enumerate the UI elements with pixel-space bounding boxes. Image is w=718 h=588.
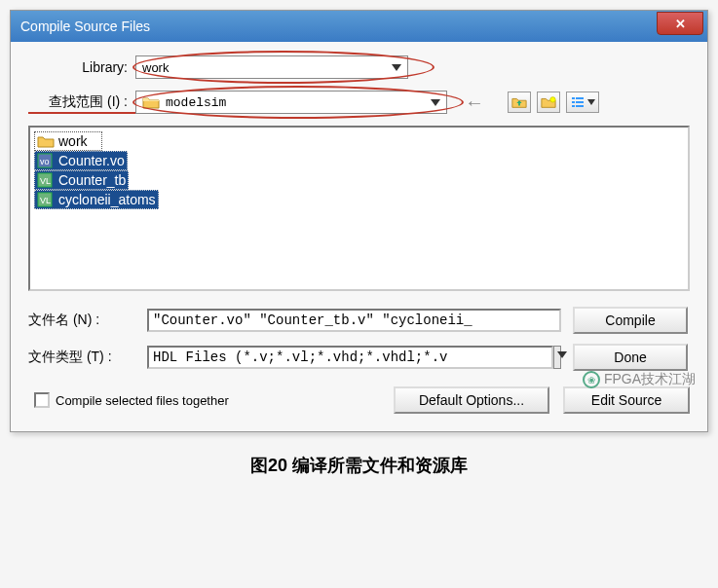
filename-input[interactable]: "Counter.vo" "Counter_tb.v" "cycloneii_ [147,309,561,332]
annotation-underline [28,112,135,114]
library-value: work [142,60,169,75]
filetype-value: HDL Files (*.v;*.vl;*.vhd;*.vhdl;*.v [147,346,553,369]
folder-up-icon [511,95,527,109]
done-button[interactable]: Done [573,344,688,371]
lookin-label: 查找范围 (I) : [28,93,135,111]
svg-rect-4 [576,101,584,103]
svg-rect-5 [572,105,575,107]
list-item[interactable]: VL Counter_tb [34,170,129,190]
library-label: Library: [28,59,135,75]
file-name: Counter_tb [58,172,126,188]
chevron-down-icon [392,64,401,71]
view-menu-button[interactable] [566,92,599,113]
compile-together-checkbox[interactable]: Compile selected files together [34,392,229,408]
vl-file-icon: VL [37,172,55,188]
figure-caption: 图20 编译所需文件和资源库 [10,454,708,477]
checkbox-icon [34,392,50,408]
edit-source-button[interactable]: Edit Source [563,386,690,414]
svg-point-0 [550,97,555,102]
close-button[interactable]: ✕ [657,12,703,35]
dialog-content: Library: work 查找范围 (I) : modelsim ← [11,42,707,431]
file-name: work [58,133,88,149]
svg-rect-2 [576,97,584,99]
lookin-value: modelsim [166,95,226,110]
annotation-oval [132,51,435,84]
svg-text:vo: vo [40,157,50,166]
file-list[interactable]: work vo Counter.vo VL Counter_tb VL cycl… [28,126,690,291]
svg-rect-3 [572,101,575,103]
window-title: Compile Source Files [20,18,150,34]
svg-rect-1 [572,97,575,99]
svg-text:VL: VL [40,176,51,186]
folder-icon [142,95,160,109]
list-view-icon [570,95,586,109]
folder-new-icon [541,95,556,109]
chevron-down-icon [431,99,440,106]
vl-file-icon: VL [37,192,55,207]
watermark: ❀ FPGA技术江湖 [583,371,696,388]
filetype-label: 文件类型 (T) : [28,349,135,366]
vo-file-icon: vo [37,153,55,168]
lookin-row: 查找范围 (I) : modelsim ← [28,91,690,114]
list-item[interactable]: VL cycloneii_atoms [34,190,159,209]
close-icon: ✕ [675,17,686,31]
compile-dialog: Compile Source Files ✕ Library: work 查找范… [10,10,708,432]
wechat-icon: ❀ [583,371,600,388]
chevron-down-icon [587,99,595,105]
titlebar[interactable]: Compile Source Files ✕ [11,11,707,42]
chevron-down-icon [553,346,561,369]
checkbox-label: Compile selected files together [56,393,229,408]
options-row: Compile selected files together Default … [28,386,690,414]
filename-label: 文件名 (N) : [28,312,135,329]
lookin-combobox[interactable]: modelsim [135,91,447,114]
list-item[interactable]: work [34,131,102,151]
file-name: cycloneii_atoms [58,192,156,207]
new-folder-button[interactable] [537,92,560,113]
filetype-combobox[interactable]: HDL Files (*.v;*.vl;*.vhd;*.vhdl;*.v [147,346,561,369]
list-item[interactable]: vo Counter.vo [34,151,128,170]
filename-section: 文件名 (N) : "Counter.vo" "Counter_tb.v" "c… [28,307,690,371]
folder-toolbar [508,92,599,113]
default-options-button[interactable]: Default Options... [394,386,549,414]
library-row: Library: work [28,55,690,79]
compile-button[interactable]: Compile [573,307,688,334]
file-name: Counter.vo [58,153,125,168]
back-arrow-icon[interactable]: ← [465,92,484,114]
up-one-level-button[interactable] [508,92,531,113]
svg-text:VL: VL [40,196,51,205]
folder-icon [37,133,55,149]
library-combobox[interactable]: work [135,55,408,79]
svg-rect-6 [576,105,584,107]
